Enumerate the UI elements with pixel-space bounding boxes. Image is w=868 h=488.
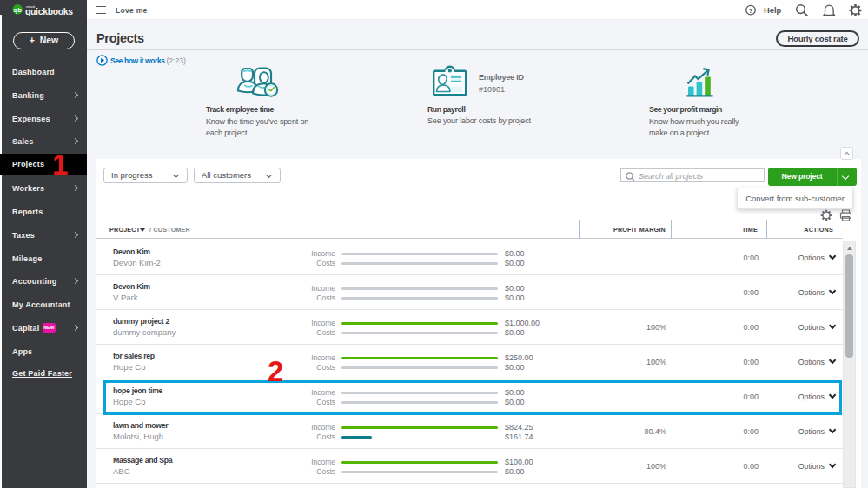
svg-text:Help: Help xyxy=(764,6,781,15)
svg-text:quickbooks: quickbooks xyxy=(25,7,73,16)
svg-text:qb: qb xyxy=(14,6,23,14)
svg-text:?: ? xyxy=(749,7,753,15)
